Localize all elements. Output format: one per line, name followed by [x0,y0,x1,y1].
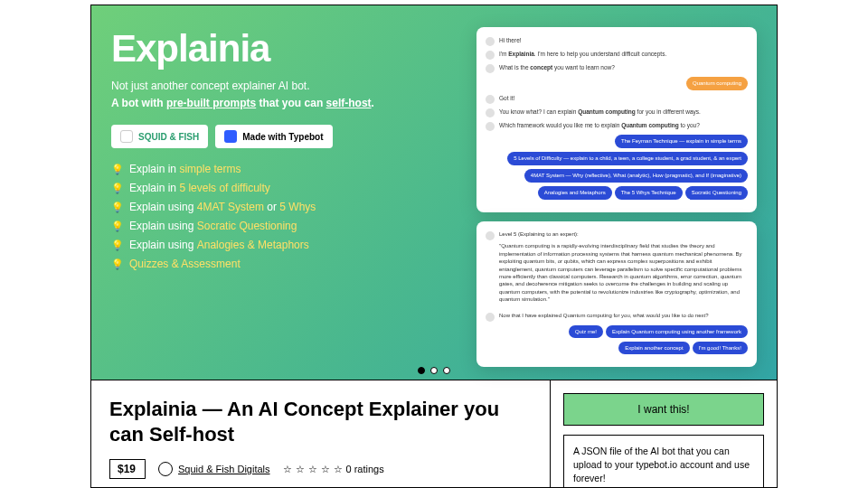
main-column: Explainia — An AI Concept Explainer you … [91,380,551,488]
star-icon: ☆ [283,464,292,475]
squid-fish-icon [120,130,133,143]
price-tag: $19 [109,459,146,479]
feature-item: 💡Explain using Socratic Questioning [111,220,464,232]
rating-count: 0 ratings [346,464,384,474]
hero-left: Explainia Not just another concept expla… [111,27,464,367]
option-chip: The 5 Whys Technique [615,186,683,200]
feature-item: 💡Explain using 4MAT System or 5 Whys [111,201,464,213]
user-chip: Quantum computing [686,77,748,90]
option-chip: The Feyman Technique — explain in simple… [615,135,748,148]
product-title: Explainia — An AI Concept Explainer you … [109,397,532,446]
sidebar: I want this! A JSON file of the AI bot t… [551,380,777,488]
bot-avatar-icon [486,37,495,46]
carousel-dots[interactable] [418,367,450,374]
carousel-dot-1[interactable] [418,367,425,374]
badges: SQUID & FISH Made with Typebot [111,125,464,148]
bot-avatar-icon [486,122,495,131]
option-chip: 4MAT System — Why (reflective), What (an… [524,169,748,183]
feature-item: 💡Explain in simple terms [111,163,464,175]
bot-avatar-icon [486,64,495,73]
hero-title: Explainia [111,27,464,70]
bulb-icon: 💡 [111,258,124,270]
typebot-icon [224,130,237,143]
star-icon: ☆ [334,464,343,475]
chat-preview-2: Level 5 (Explaining to an expert): "Quan… [476,221,757,367]
bot-avatar-icon [486,95,495,104]
action-chip: Quiz me! [569,325,603,338]
option-chip: Analogies and Metaphors [538,186,612,200]
seller-link[interactable]: Squid & Fish Digitals [158,462,270,476]
bot-avatar-icon [486,51,495,60]
bot-avatar-icon [486,313,495,322]
bulb-icon: 💡 [111,164,124,175]
hero-subtitle: Not just another concept explainer AI bo… [111,78,464,112]
bulb-icon: 💡 [111,202,124,213]
star-icon: ☆ [296,464,305,475]
feature-item: 💡Explain in 5 levels of difficulty [111,182,464,194]
feature-list: 💡Explain in simple terms 💡Explain in 5 l… [111,163,464,270]
content-row: Explainia — An AI Concept Explainer you … [91,380,777,488]
badge-typebot[interactable]: Made with Typebot [215,125,332,148]
rating: ☆ ☆ ☆ ☆ ☆ 0 ratings [283,464,384,475]
hero-right: Hi there! I'm Explainia. I'm here to hel… [476,27,757,367]
feature-item: 💡Quizzes & Assessment [111,258,464,270]
seller-avatar-icon [158,462,173,476]
bot-avatar-icon [486,231,495,240]
product-info-box: A JSON file of the AI bot that you can u… [563,435,764,488]
chat-preview-1: Hi there! I'm Explainia. I'm here to hel… [476,27,757,212]
meta-row: $19 Squid & Fish Digitals ☆ ☆ ☆ ☆ ☆ 0 ra… [109,459,532,488]
badge-squid-fish[interactable]: SQUID & FISH [111,125,208,148]
option-chip: Socratic Questioning [685,186,748,200]
carousel-dot-2[interactable] [430,367,438,374]
carousel-dot-3[interactable] [443,367,450,374]
action-chip: Explain Quantum computing using another … [606,325,748,338]
hero-banner: Explainia Not just another concept expla… [91,5,777,380]
action-chip: I'm good! Thanks! [693,342,748,354]
feature-item: 💡Explain using Analogies & Metaphors [111,239,464,251]
bot-avatar-icon [486,108,495,117]
bulb-icon: 💡 [111,239,124,251]
product-page: Explainia Not just another concept expla… [90,5,778,488]
bulb-icon: 💡 [111,183,124,194]
star-icon: ☆ [321,464,330,475]
bulb-icon: 💡 [111,221,124,232]
star-icon: ☆ [308,464,317,475]
action-chip: Explain another concept [618,342,689,354]
i-want-this-button[interactable]: I want this! [563,393,764,426]
option-chip: 5 Levels of Difficulty — explain to a ch… [507,152,748,165]
